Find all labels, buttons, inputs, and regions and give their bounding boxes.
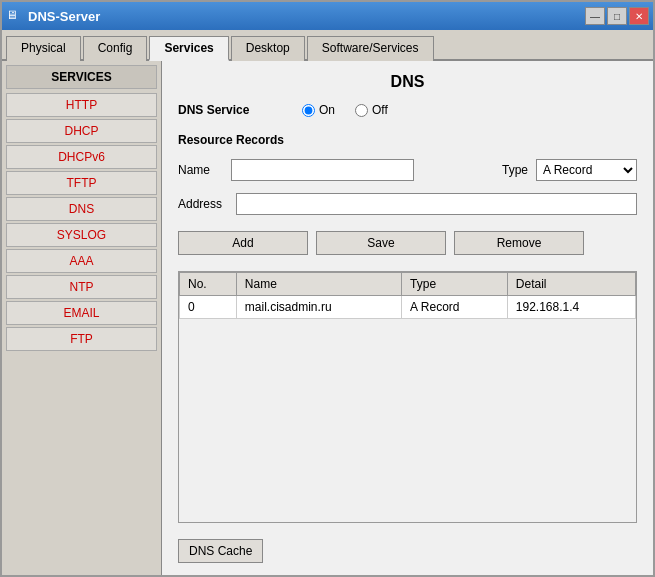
col-no: No. (180, 273, 237, 296)
sidebar-item-dns[interactable]: DNS (6, 197, 157, 221)
sidebar-item-aaa[interactable]: AAA (6, 249, 157, 273)
tab-config[interactable]: Config (83, 36, 148, 61)
dns-cache-button[interactable]: DNS Cache (178, 539, 263, 563)
cell-type: A Record (402, 296, 508, 319)
minimize-button[interactable]: — (585, 7, 605, 25)
sidebar-item-dhcp[interactable]: DHCP (6, 119, 157, 143)
maximize-button[interactable]: □ (607, 7, 627, 25)
name-input[interactable] (231, 159, 414, 181)
address-row: Address (178, 193, 637, 215)
radio-off-input[interactable] (355, 104, 368, 117)
radio-on-text: On (319, 103, 335, 117)
buttons-row: Add Save Remove (178, 231, 637, 255)
radio-off-text: Off (372, 103, 388, 117)
dns-table-body: 0mail.cisadmin.ruA Record192.168.1.4 (180, 296, 636, 319)
title-controls: — □ ✕ (585, 7, 649, 25)
app-icon: 🖥 (6, 8, 22, 24)
dns-service-radio-group: On Off (302, 103, 388, 117)
sidebar-item-dhcpv6[interactable]: DHCPv6 (6, 145, 157, 169)
name-label: Name (178, 163, 223, 177)
sidebar-item-ftp[interactable]: FTP (6, 327, 157, 351)
sidebar-item-tftp[interactable]: TFTP (6, 171, 157, 195)
type-label: Type (502, 163, 528, 177)
col-type: Type (402, 273, 508, 296)
save-button[interactable]: Save (316, 231, 446, 255)
sidebar-item-syslog[interactable]: SYSLOG (6, 223, 157, 247)
tab-services[interactable]: Services (149, 36, 228, 61)
col-detail: Detail (507, 273, 635, 296)
sidebar-title: SERVICES (6, 65, 157, 89)
sidebar-item-email[interactable]: EMAIL (6, 301, 157, 325)
dns-service-label: DNS Service (178, 103, 278, 117)
title-bar-left: 🖥 DNS-Server (6, 8, 100, 24)
close-button[interactable]: ✕ (629, 7, 649, 25)
table-header-row: No. Name Type Detail (180, 273, 636, 296)
tab-physical[interactable]: Physical (6, 36, 81, 61)
window-title: DNS-Server (28, 9, 100, 24)
address-label: Address (178, 197, 228, 211)
radio-on-label[interactable]: On (302, 103, 335, 117)
cell-no: 0 (180, 296, 237, 319)
dns-records-table: No. Name Type Detail 0mail.cisadmin.ruA … (179, 272, 636, 319)
name-type-row: Name Type A Record AAAA Record CNAME NS … (178, 159, 637, 181)
panel-title: DNS (178, 73, 637, 91)
remove-button[interactable]: Remove (454, 231, 584, 255)
sidebar-item-http[interactable]: HTTP (6, 93, 157, 117)
main-window: 🖥 DNS-Server — □ ✕ Physical Config Servi… (0, 0, 655, 577)
resource-records-label: Resource Records (178, 133, 637, 147)
content-area: SERVICES HTTP DHCP DHCPv6 TFTP DNS SYSLO… (2, 61, 653, 575)
sidebar: SERVICES HTTP DHCP DHCPv6 TFTP DNS SYSLO… (2, 61, 162, 575)
sidebar-item-ntp[interactable]: NTP (6, 275, 157, 299)
address-input[interactable] (236, 193, 637, 215)
dns-panel: DNS DNS Service On Off Resource Records (162, 61, 653, 575)
tab-desktop[interactable]: Desktop (231, 36, 305, 61)
bottom-bar: DNS Cache (178, 539, 637, 563)
title-bar: 🖥 DNS-Server — □ ✕ (2, 2, 653, 30)
col-name: Name (236, 273, 401, 296)
tab-bar: Physical Config Services Desktop Softwar… (2, 30, 653, 61)
radio-off-label[interactable]: Off (355, 103, 388, 117)
dns-table-container: No. Name Type Detail 0mail.cisadmin.ruA … (178, 271, 637, 523)
type-select[interactable]: A Record AAAA Record CNAME NS SOA MX (536, 159, 637, 181)
table-row[interactable]: 0mail.cisadmin.ruA Record192.168.1.4 (180, 296, 636, 319)
radio-on-input[interactable] (302, 104, 315, 117)
dns-service-row: DNS Service On Off (178, 103, 637, 117)
cell-name: mail.cisadmin.ru (236, 296, 401, 319)
add-button[interactable]: Add (178, 231, 308, 255)
tab-software-services[interactable]: Software/Services (307, 36, 434, 61)
cell-detail: 192.168.1.4 (507, 296, 635, 319)
